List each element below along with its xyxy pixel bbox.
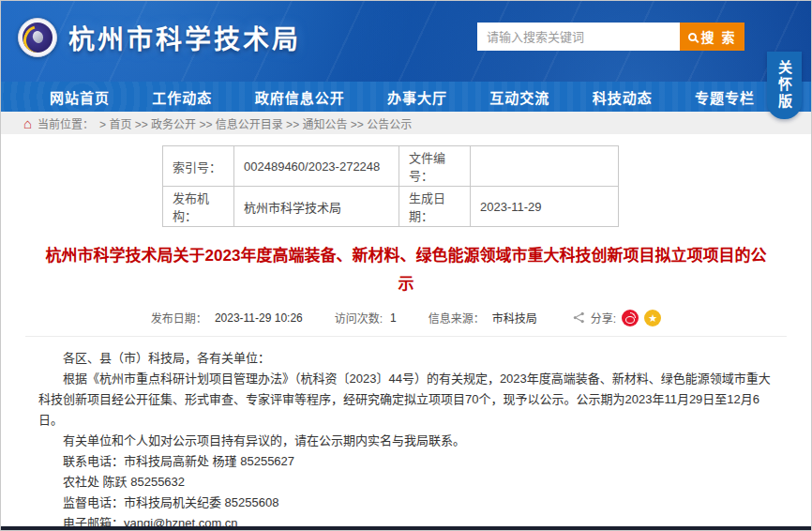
weibo-share-icon[interactable] (622, 310, 639, 326)
doc-info-row: 发布机构： 杭州市科学技术局 生成日期： 2023-11-29 (163, 187, 619, 227)
visits-value: 1 (390, 311, 397, 325)
paragraph-contact-phone2: 农社处 陈跃 85255632 (38, 472, 777, 493)
file-no-value (471, 146, 619, 187)
site-brand[interactable]: 杭州市科学技术局 (18, 18, 301, 57)
article-title: 杭州市科学技术局关于2023年度高端装备、新材料、绿色能源领域市重大科技创新项目… (45, 242, 767, 298)
article-body: 各区、县（市）科技局，各有关单位： 根据《杭州市重点科研计划项目管理办法》（杭科… (1, 337, 811, 531)
article-meta: 发布日期：2023-11-29 10:26 访问次数:1 信息来源：市科技局 分… (25, 310, 787, 337)
nav-item-service-hall[interactable]: 办事大厅 (387, 87, 447, 107)
nav-item-tech-news[interactable]: 科技动态 (593, 87, 653, 107)
site-header: 杭州市科学技术局 搜 索 关怀版 (1, 1, 811, 82)
breadcrumb-label: 当前位置： (38, 115, 94, 131)
share-label: 分享: (591, 310, 616, 326)
agency-label: 发布机构： (163, 187, 234, 227)
source-label: 信息来源： (429, 310, 485, 326)
nav-item-work-news[interactable]: 工作动态 (152, 87, 212, 107)
nav-item-special-columns[interactable]: 专题专栏 (695, 87, 755, 107)
search-bar: 搜 索 (477, 23, 744, 51)
gen-date-value: 2023-11-29 (471, 187, 619, 227)
main-nav: 网站首页 工作动态 政府信息公开 办事大厅 互动交流 科技动态 专题专栏 (1, 82, 811, 112)
index-label: 索引号： (163, 146, 234, 187)
paragraph-objection: 有关单位和个人如对公示项目持有异议的，请在公示期内实名与我局联系。 (38, 431, 777, 451)
doc-info-row: 索引号： 002489460/2023-272248 文件编号： (163, 146, 619, 187)
file-no-label: 文件编号： (399, 146, 471, 187)
paragraph-supervision-phone: 监督电话：市科技局机关纪委 85255608 (38, 493, 777, 513)
visits-label: 访问次数: (335, 310, 383, 326)
gen-date-label: 生成日期： (399, 187, 471, 227)
index-value: 002489460/2023-272248 (234, 146, 399, 187)
source-value: 市科技局 (492, 310, 537, 326)
nav-item-interaction[interactable]: 互动交流 (489, 87, 549, 107)
bureau-logo-icon (18, 18, 57, 57)
paragraph-contact-phone: 联系电话：市科技局高新处 杨瑾 85255627 (38, 451, 777, 472)
search-button[interactable]: 搜 索 (680, 23, 744, 51)
qzone-share-icon[interactable]: ★ (644, 310, 661, 326)
breadcrumb: ⌂ 当前位置： > 首页 >> 政务公开 >> 信息公开目录 >> 通知公告 >… (1, 112, 811, 134)
content: 索引号： 002489460/2023-272248 文件编号： 发布机构： 杭… (1, 134, 811, 531)
nav-item-gov-info[interactable]: 政府信息公开 (255, 87, 345, 107)
care-mode-tab[interactable]: 关怀版 (767, 52, 802, 119)
search-icon (688, 33, 697, 41)
site-title: 杭州市科学技术局 (68, 19, 301, 56)
home-icon[interactable]: ⌂ (23, 116, 32, 130)
doc-info-table: 索引号： 002489460/2023-272248 文件编号： 发布机构： 杭… (162, 145, 619, 227)
breadcrumb-path: > 首页 >> 政务公开 >> 信息公开目录 >> 通知公告 >> 公告公示 (99, 115, 412, 131)
search-button-label: 搜 索 (701, 27, 737, 46)
share-area: 分享: ★ (573, 310, 661, 326)
paragraph-salutation: 各区、县（市）科技局，各有关单位： (38, 348, 777, 369)
page: 杭州市科学技术局 搜 索 关怀版 网站首页 工作动态 政府信息公开 办事大厅 互… (0, 0, 812, 531)
logo-emblem (23, 23, 53, 53)
paragraph-main: 根据《杭州市重点科研计划项目管理办法》（杭科资〔2023〕44号）的有关规定，2… (38, 369, 777, 431)
bottom-bar (1, 526, 811, 530)
share-nodes-icon (573, 311, 585, 324)
agency-value: 杭州市科学技术局 (234, 187, 399, 227)
search-input[interactable] (477, 23, 680, 51)
publish-date-label: 发布日期： (151, 310, 207, 326)
publish-date-value: 2023-11-29 10:26 (215, 311, 303, 325)
nav-item-home[interactable]: 网站首页 (50, 87, 110, 107)
